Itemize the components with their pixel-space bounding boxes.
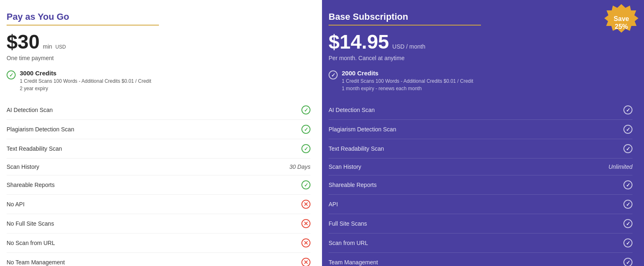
r-check-circle-icon bbox=[623, 105, 632, 114]
right-feature-row: Plagiarism Detection Scan bbox=[329, 120, 632, 139]
left-plan-title: Pay as You Go bbox=[7, 12, 310, 22]
right-feature-row: Text Readability Scan bbox=[329, 139, 632, 159]
left-price-note: One time payment bbox=[7, 55, 310, 61]
right-feature-row: Scan from URL bbox=[329, 233, 632, 253]
feature-label: Full Site Scans bbox=[329, 220, 367, 227]
feature-label: Plagiarism Detection Scan bbox=[329, 126, 396, 133]
feature-label: AI Detection Scan bbox=[329, 107, 375, 113]
feature-label: Scan History bbox=[329, 163, 361, 170]
right-price-note: Per month. Cancel at anytime bbox=[329, 55, 632, 61]
r-check-circle-icon bbox=[623, 258, 632, 266]
check-circle-icon bbox=[301, 125, 310, 134]
feature-label: No Full Site Scans bbox=[7, 220, 54, 227]
left-price-suffix: min USD bbox=[43, 43, 66, 50]
right-feature-row: API bbox=[329, 195, 632, 214]
right-credits-detail-2: 1 month expiry - renews each month bbox=[342, 85, 473, 92]
right-feature-row: Scan HistoryUnlimited bbox=[329, 159, 632, 175]
left-feature-row: Shareable Reports bbox=[7, 175, 310, 195]
left-credits-detail-2: 2 year expiry bbox=[20, 85, 151, 92]
left-feature-row: Text Readability Scan bbox=[7, 139, 310, 159]
left-feature-row: Plagiarism Detection Scan bbox=[7, 120, 310, 139]
right-credits-block: 2000 Credits 1 Credit Scans 100 Words - … bbox=[329, 70, 632, 92]
feature-value: Unlimited bbox=[609, 163, 632, 170]
r-check-circle-icon bbox=[623, 180, 632, 189]
right-credits-amount: 2000 Credits bbox=[342, 70, 473, 77]
right-credits-detail-1: 1 Credit Scans 100 Words - Additional Cr… bbox=[342, 77, 473, 85]
check-circle-icon bbox=[301, 144, 310, 153]
left-panel: Pay as You Go $30 min USD One time payme… bbox=[0, 0, 322, 266]
right-price-row: $14.95 USD / month bbox=[329, 30, 632, 53]
right-plan-title: Base Subscription bbox=[329, 12, 632, 22]
left-price-row: $30 min USD bbox=[7, 30, 310, 53]
feature-label: Text Readability Scan bbox=[7, 145, 62, 152]
r-check-circle-icon bbox=[623, 238, 632, 247]
feature-label: No Scan from URL bbox=[7, 240, 55, 246]
feature-label: AI Detection Scan bbox=[7, 107, 53, 113]
left-feature-row: Scan History30 Days bbox=[7, 159, 310, 175]
right-price-suffix: USD / month bbox=[392, 43, 425, 50]
left-feature-row: No API bbox=[7, 195, 310, 214]
r-check-circle-icon bbox=[623, 144, 632, 153]
left-credits-block: 3000 Credits 1 Credit Scans 100 Words - … bbox=[7, 70, 310, 92]
left-price-main: $30 bbox=[7, 30, 40, 53]
right-title-underline bbox=[329, 25, 481, 26]
left-features-list: AI Detection ScanPlagiarism Detection Sc… bbox=[7, 100, 310, 266]
r-check-circle-icon bbox=[623, 125, 632, 134]
x-circle-icon bbox=[301, 219, 310, 228]
x-circle-icon bbox=[301, 200, 310, 209]
r-check-circle-icon bbox=[623, 219, 632, 228]
feature-label: Shareable Reports bbox=[7, 182, 55, 188]
left-title-underline bbox=[7, 25, 159, 26]
left-credits-detail-1: 1 Credit Scans 100 Words - Additional Cr… bbox=[20, 77, 151, 85]
left-credits-check-icon bbox=[7, 70, 16, 79]
feature-label: Shareable Reports bbox=[329, 182, 377, 188]
feature-label: No API bbox=[7, 201, 25, 208]
feature-label: API bbox=[329, 201, 338, 208]
right-feature-row: Full Site Scans bbox=[329, 214, 632, 233]
r-check-circle-icon bbox=[623, 200, 632, 209]
feature-label: Plagiarism Detection Scan bbox=[7, 126, 74, 133]
right-price-main: $14.95 bbox=[329, 30, 389, 53]
feature-value: 30 Days bbox=[289, 163, 310, 170]
left-feature-row: No Full Site Scans bbox=[7, 214, 310, 233]
right-feature-row: Team Management bbox=[329, 253, 632, 266]
right-features-list: AI Detection ScanPlagiarism Detection Sc… bbox=[329, 100, 632, 266]
check-circle-icon bbox=[301, 180, 310, 189]
right-feature-row: Shareable Reports bbox=[329, 175, 632, 195]
left-feature-row: AI Detection Scan bbox=[7, 100, 310, 120]
x-circle-icon bbox=[301, 238, 310, 247]
x-circle-icon bbox=[301, 258, 310, 266]
left-feature-row: No Team Management bbox=[7, 253, 310, 266]
left-feature-row: No Scan from URL bbox=[7, 233, 310, 253]
left-credits-amount: 3000 Credits bbox=[20, 70, 151, 77]
right-panel: Save 25% Base Subscription $14.95 USD / … bbox=[322, 0, 644, 266]
feature-label: Scan from URL bbox=[329, 240, 368, 246]
feature-label: Text Readability Scan bbox=[329, 145, 384, 152]
feature-label: Team Management bbox=[329, 259, 378, 266]
feature-label: No Team Management bbox=[7, 259, 65, 266]
right-credits-check-icon bbox=[329, 70, 338, 79]
right-feature-row: AI Detection Scan bbox=[329, 100, 632, 120]
check-circle-icon bbox=[301, 105, 310, 114]
feature-label: Scan History bbox=[7, 163, 39, 170]
